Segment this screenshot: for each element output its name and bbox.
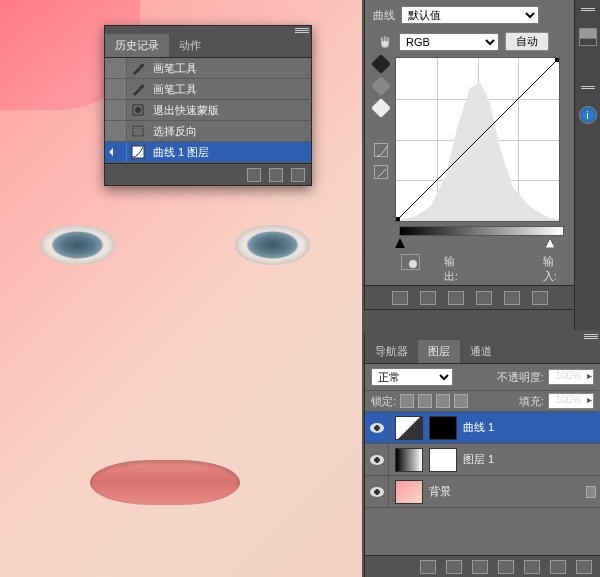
eyedropper-gray-icon[interactable] bbox=[371, 76, 391, 96]
image-region bbox=[40, 225, 115, 265]
clip-icon[interactable] bbox=[420, 291, 436, 305]
opacity-input[interactable]: 100% bbox=[548, 369, 594, 385]
history-state-marker[interactable] bbox=[105, 100, 127, 120]
history-tab-bar: 历史记录 动作 bbox=[105, 34, 311, 58]
new-state-icon[interactable] bbox=[269, 168, 283, 182]
lock-transparency-icon[interactable] bbox=[400, 394, 414, 408]
group-icon[interactable] bbox=[524, 560, 540, 574]
history-item[interactable]: 选择反向 bbox=[105, 121, 311, 142]
panel-menu-icon[interactable] bbox=[584, 334, 598, 344]
eye-icon bbox=[370, 487, 384, 497]
selection-icon bbox=[127, 124, 149, 138]
layer-visibility-toggle[interactable] bbox=[365, 412, 389, 443]
history-item-label: 选择反向 bbox=[149, 124, 311, 139]
white-point-slider[interactable] bbox=[545, 238, 555, 248]
svg-rect-8 bbox=[396, 217, 400, 221]
opacity-label: 不透明度: bbox=[497, 370, 544, 385]
histogram bbox=[396, 58, 559, 221]
new-layer-icon[interactable] bbox=[550, 560, 566, 574]
info-dock-icon[interactable]: i bbox=[579, 106, 597, 124]
quickmask-icon bbox=[127, 103, 149, 117]
tab-navigator[interactable]: 导航器 bbox=[365, 340, 418, 363]
layer-thumb[interactable] bbox=[395, 448, 423, 472]
curves-tool-column bbox=[373, 57, 389, 222]
curves-graph[interactable] bbox=[395, 57, 560, 222]
history-item[interactable]: 画笔工具 bbox=[105, 58, 311, 79]
history-state-marker[interactable] bbox=[105, 58, 127, 78]
layer-mask-thumb[interactable] bbox=[429, 448, 457, 472]
dock-menu-icon[interactable] bbox=[581, 8, 595, 18]
brush-icon bbox=[127, 61, 149, 75]
history-list: 画笔工具 画笔工具 退出快速蒙版 选择反向 bbox=[105, 58, 311, 163]
history-state-marker[interactable] bbox=[105, 121, 127, 141]
lock-pixels-icon[interactable] bbox=[418, 394, 432, 408]
layer-name[interactable]: 图层 1 bbox=[457, 452, 600, 467]
layer-row[interactable]: 背景 bbox=[365, 476, 600, 508]
hand-tool-icon[interactable] bbox=[377, 34, 393, 50]
panel-drag-bar[interactable] bbox=[365, 332, 600, 340]
input-label: 输入: bbox=[543, 254, 566, 284]
layer-row[interactable]: 曲线 1 bbox=[365, 412, 600, 444]
layers-tab-bar: 导航器 图层 通道 bbox=[365, 340, 600, 364]
snapshot-icon[interactable] bbox=[247, 168, 261, 182]
curves-preset-select[interactable]: 默认值 bbox=[401, 6, 539, 24]
eyedropper-white-icon[interactable] bbox=[371, 98, 391, 118]
tab-channels[interactable]: 通道 bbox=[460, 340, 502, 363]
tab-history[interactable]: 历史记录 bbox=[105, 34, 169, 57]
curves-panel: 曲线 默认值 RGB 自动 bbox=[364, 0, 574, 310]
histogram-dock-icon[interactable] bbox=[579, 28, 597, 46]
tab-actions[interactable]: 动作 bbox=[169, 34, 211, 57]
trash-icon[interactable] bbox=[576, 560, 592, 574]
reset-icon[interactable] bbox=[504, 291, 520, 305]
history-item-label: 曲线 1 图层 bbox=[149, 145, 311, 160]
mask-toggle-icon[interactable] bbox=[401, 254, 420, 270]
history-item[interactable]: 画笔工具 bbox=[105, 79, 311, 100]
link-layers-icon[interactable] bbox=[420, 560, 436, 574]
adjustment-layer-thumb[interactable] bbox=[395, 416, 423, 440]
panel-drag-bar[interactable] bbox=[105, 26, 311, 34]
image-region bbox=[235, 225, 310, 265]
layer-visibility-toggle[interactable] bbox=[365, 476, 389, 507]
output-label: 输出: bbox=[444, 254, 467, 284]
side-dock: i bbox=[574, 0, 600, 330]
svg-rect-9 bbox=[555, 58, 559, 62]
dock-menu-icon[interactable] bbox=[581, 86, 595, 96]
layer-thumb[interactable] bbox=[395, 480, 423, 504]
curve-pencil-tool-icon[interactable] bbox=[374, 165, 388, 179]
blend-mode-select[interactable]: 正常 bbox=[371, 368, 453, 386]
adjustment-layer-icon[interactable] bbox=[498, 560, 514, 574]
history-item[interactable]: 曲线 1 图层 bbox=[105, 142, 311, 163]
layer-name[interactable]: 背景 bbox=[423, 484, 586, 499]
trash-icon[interactable] bbox=[532, 291, 548, 305]
tab-layers[interactable]: 图层 bbox=[418, 340, 460, 363]
layer-mask-icon[interactable] bbox=[472, 560, 488, 574]
svg-marker-6 bbox=[396, 83, 559, 221]
lock-all-icon[interactable] bbox=[454, 394, 468, 408]
layer-style-icon[interactable] bbox=[446, 560, 462, 574]
history-panel: 历史记录 动作 画笔工具 画笔工具 退出快速蒙版 bbox=[104, 25, 312, 186]
adjustment-icon[interactable] bbox=[392, 291, 408, 305]
history-item-label: 画笔工具 bbox=[149, 82, 311, 97]
layer-mask-thumb[interactable] bbox=[429, 416, 457, 440]
layer-row[interactable]: 图层 1 bbox=[365, 444, 600, 476]
history-item[interactable]: 退出快速蒙版 bbox=[105, 100, 311, 121]
layer-visibility-toggle[interactable] bbox=[365, 444, 389, 475]
history-state-marker[interactable] bbox=[105, 79, 127, 99]
black-point-slider[interactable] bbox=[395, 238, 405, 248]
curve-point-tool-icon[interactable] bbox=[374, 143, 388, 157]
history-footer bbox=[105, 163, 311, 185]
trash-icon[interactable] bbox=[291, 168, 305, 182]
layers-panel: 导航器 图层 通道 正常 不透明度: 100% 锁定: 填充: 100% 曲线 … bbox=[364, 332, 600, 577]
layer-name[interactable]: 曲线 1 bbox=[457, 420, 600, 435]
fill-input[interactable]: 100% bbox=[548, 393, 594, 409]
previous-state-icon[interactable] bbox=[476, 291, 492, 305]
auto-button[interactable]: 自动 bbox=[505, 32, 549, 51]
visibility-icon[interactable] bbox=[448, 291, 464, 305]
history-item-label: 退出快速蒙版 bbox=[149, 103, 311, 118]
lock-position-icon[interactable] bbox=[436, 394, 450, 408]
adjustments-footer bbox=[365, 285, 574, 309]
eyedropper-black-icon[interactable] bbox=[371, 54, 391, 74]
channel-select[interactable]: RGB bbox=[399, 33, 499, 51]
history-state-marker[interactable] bbox=[105, 142, 127, 162]
panel-menu-icon[interactable] bbox=[295, 28, 309, 38]
